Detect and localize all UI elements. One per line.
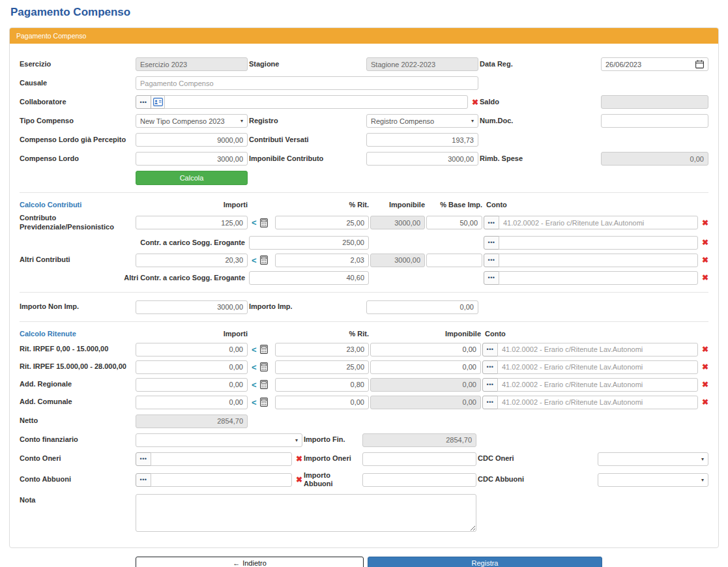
importo-input[interactable] (249, 271, 369, 285)
percent-base-input[interactable] (426, 216, 482, 229)
conto-lookup-button[interactable]: ••• (484, 254, 499, 267)
clear-conto-oneri-icon[interactable]: ✖ (296, 455, 302, 463)
importo-abbuoni-input[interactable] (362, 473, 476, 487)
imponibile-contributo-input[interactable] (366, 152, 478, 166)
conto-abbuoni-input[interactable] (151, 473, 292, 487)
conto-input[interactable] (497, 343, 698, 356)
tipo-compenso-select[interactable]: New Tipo Compenso 2023 ▾ (136, 114, 248, 128)
num-doc-input[interactable] (601, 114, 708, 128)
imponibile-input[interactable] (370, 343, 481, 356)
importo-imp-input[interactable] (366, 300, 478, 314)
conto-input[interactable] (497, 378, 698, 392)
importo-input[interactable] (136, 254, 248, 267)
clear-conto-abbuoni-icon[interactable]: ✖ (296, 476, 302, 484)
clear-conto-icon[interactable]: ✖ (702, 381, 708, 388)
conto-group: ••• ✖ (482, 378, 708, 392)
calculator-icon[interactable] (260, 362, 268, 371)
indietro-button[interactable]: ← Indietro (136, 557, 364, 567)
percent-rit-input[interactable] (275, 360, 369, 374)
chevron-left-icon[interactable]: < (252, 398, 257, 407)
conto-lookup-button[interactable]: ••• (484, 216, 499, 229)
data-reg-input[interactable]: 26/06/2023 (601, 57, 708, 71)
conto-lookup-button[interactable]: ••• (482, 378, 498, 392)
clear-conto-icon[interactable]: ✖ (702, 219, 708, 227)
clear-conto-icon[interactable]: ✖ (702, 345, 708, 353)
col-header-rit: % Rit. (275, 201, 369, 209)
importo-input[interactable] (136, 360, 248, 374)
chevron-left-icon[interactable]: < (252, 363, 257, 371)
calendar-icon[interactable] (695, 60, 704, 68)
esercizio-label: Esercizio (20, 60, 134, 69)
registra-button[interactable]: Registra (368, 557, 602, 567)
importo-non-imp-input[interactable] (136, 300, 248, 314)
contributi-row: Contributo Previdenziale/Pensionistico <… (20, 214, 708, 232)
conto-lookup-button[interactable]: ••• (482, 396, 498, 409)
calculator-icon[interactable] (260, 255, 268, 265)
conto-input[interactable] (497, 360, 698, 374)
contact-card-button[interactable] (151, 95, 165, 109)
nota-textarea[interactable] (136, 494, 476, 532)
calculator-icon[interactable] (260, 380, 268, 389)
calculator-icon[interactable] (260, 345, 268, 354)
calcola-button[interactable]: Calcola (136, 171, 248, 185)
add-regionale-label: Add. Regionale (20, 380, 134, 389)
calculator-icon[interactable] (260, 218, 268, 227)
chevron-left-icon[interactable]: < (252, 381, 257, 389)
importo-input[interactable] (136, 216, 248, 229)
cdc-oneri-select[interactable]: ▾ (598, 452, 708, 466)
divider (20, 192, 708, 193)
chevron-left-icon[interactable]: < (252, 218, 257, 227)
conto-input[interactable] (499, 216, 698, 229)
chevron-left-icon[interactable]: < (252, 345, 257, 354)
percent-rit-input[interactable] (275, 396, 369, 409)
clear-conto-icon[interactable]: ✖ (702, 363, 708, 371)
importo-input[interactable] (136, 378, 248, 392)
importo-input[interactable] (249, 236, 369, 250)
conto-lookup-button[interactable]: ••• (482, 360, 498, 374)
conto-finanziario-select[interactable]: ▾ (136, 433, 302, 447)
importo-input[interactable] (136, 343, 248, 356)
conto-oneri-input[interactable] (151, 452, 292, 466)
clear-conto-icon[interactable]: ✖ (702, 239, 708, 246)
collaboratore-lookup-button[interactable]: ••• (136, 95, 151, 109)
compenso-lordo-gia-percepito-input[interactable] (136, 133, 248, 147)
conto-lookup-button[interactable]: ••• (482, 343, 498, 356)
compenso-lordo-input[interactable] (136, 152, 248, 166)
collaboratore-input[interactable] (164, 95, 468, 109)
importo-input[interactable] (136, 396, 248, 409)
conto-input[interactable] (499, 254, 698, 267)
clear-collaboratore-icon[interactable]: ✖ (472, 98, 478, 106)
ritenute-row: Add. Comunale < ••• ✖ (20, 396, 708, 409)
percent-rit-input[interactable] (275, 378, 369, 392)
clear-conto-icon[interactable]: ✖ (702, 256, 708, 264)
panel-header: Pagamento Compenso (10, 28, 718, 44)
conto-input[interactable] (499, 271, 698, 285)
chevron-down-icon: ▾ (701, 456, 704, 462)
registro-select[interactable]: Registro Compenso ▾ (366, 114, 478, 128)
importo-oneri-input[interactable] (362, 452, 476, 466)
percent-rit-input[interactable] (275, 254, 369, 267)
causale-label: Causale (20, 79, 134, 88)
percent-rit-input[interactable] (275, 216, 369, 229)
conto-lookup-button[interactable]: ••• (484, 271, 499, 285)
calculator-icon[interactable] (260, 398, 268, 407)
clear-conto-icon[interactable]: ✖ (702, 274, 708, 282)
cdc-abbuoni-select[interactable]: ▾ (598, 473, 708, 487)
saldo-label: Saldo (480, 98, 600, 107)
imponibile-input[interactable] (370, 360, 481, 374)
clear-conto-icon[interactable]: ✖ (702, 398, 708, 406)
conto-input[interactable] (497, 396, 698, 409)
chevron-left-icon[interactable]: < (252, 256, 257, 265)
conto-oneri-lookup-button[interactable]: ••• (136, 452, 151, 466)
contributi-header-row: Calcolo Contributi Importi % Rit. Imponi… (20, 201, 708, 209)
conto-input[interactable] (499, 236, 698, 250)
percent-rit-input[interactable] (275, 343, 369, 356)
indietro-label: Indietro (242, 559, 267, 567)
conto-abbuoni-lookup-button[interactable]: ••• (136, 473, 151, 487)
percent-base-input[interactable] (426, 254, 482, 267)
conto-lookup-button[interactable]: ••• (484, 236, 499, 250)
tipo-compenso-label: Tipo Compenso (20, 117, 134, 126)
contributi-versati-input[interactable] (366, 133, 478, 147)
stagione-label: Stagione (249, 60, 365, 69)
data-reg-label: Data Reg. (480, 60, 600, 69)
